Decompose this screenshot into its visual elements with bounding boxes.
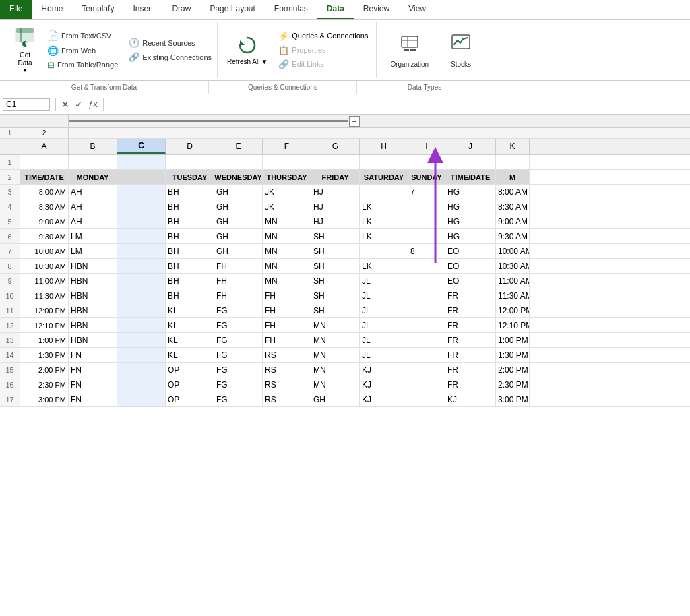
grid-cell[interactable]: EO [445,274,496,288]
grid-cell[interactable] [408,318,445,332]
grid-cell[interactable] [408,288,445,303]
group-collapse-btn[interactable]: − [349,116,360,127]
grid-cell[interactable]: JL [360,348,408,362]
grid-cell[interactable]: AH [69,214,117,228]
grid-cell[interactable]: TIME/DATE [20,170,69,184]
col-header-K[interactable]: K [496,139,530,154]
grid-cell[interactable]: 1:00 PM [496,333,530,347]
grid-cell[interactable]: FG [214,348,263,362]
row-number[interactable]: 9 [0,274,20,288]
grid-cell[interactable]: 9:30 AM [20,229,69,243]
grid-cell[interactable]: LM [69,244,117,258]
grid-cell[interactable]: KJ [445,392,496,406]
grid-cell[interactable]: 11:30 AM [496,288,530,303]
grid-cell[interactable]: 12:10 PM [496,318,530,332]
formula-input[interactable] [106,98,687,111]
grid-cell[interactable] [496,155,530,169]
row-number[interactable]: 4 [0,199,20,214]
grid-cell[interactable]: EO [445,259,496,273]
grid-cell[interactable] [408,274,445,288]
grid-cell[interactable] [117,377,166,392]
grid-cell[interactable] [117,229,166,243]
grid-cell[interactable] [117,199,166,214]
grid-cell[interactable]: LK [360,259,408,273]
grid-cell[interactable]: FG [214,392,263,406]
grid-cell[interactable]: JL [360,318,408,332]
row-number[interactable]: 16 [0,377,20,392]
grid-cell[interactable] [117,244,166,258]
grid-cell[interactable]: SH [311,303,360,317]
grid-cell[interactable]: HG [445,185,496,199]
recent-sources-button[interactable]: 🕐 Recent Sources [126,36,214,49]
grid-cell[interactable] [408,333,445,347]
tab-view[interactable]: View [399,0,435,19]
grid-cell[interactable]: HG [445,214,496,228]
refresh-all-button[interactable]: Refresh All ▼ [223,32,272,68]
grid-cell[interactable]: MN [311,348,360,362]
grid-cell[interactable] [214,155,263,169]
grid-cell[interactable]: FH [214,259,263,273]
grid-cell[interactable]: GH [214,214,263,228]
tab-draw[interactable]: Draw [162,0,200,19]
tab-formulas[interactable]: Formulas [265,0,317,19]
row-number[interactable]: 11 [0,303,20,317]
grid-cell[interactable]: FH [214,274,263,288]
row-number[interactable]: 14 [0,348,20,362]
grid-cell[interactable]: BH [166,259,214,273]
grid-cell[interactable]: 10:00 AM [20,244,69,258]
grid-cell[interactable]: HBN [69,288,117,303]
grid-cell[interactable]: MN [263,259,311,273]
insert-function-icon[interactable]: ƒx [86,99,100,109]
grid-cell[interactable] [408,155,445,169]
row-number[interactable]: 10 [0,288,20,303]
cell-reference-input[interactable] [3,98,50,111]
grid-cell[interactable]: 2:00 PM [20,363,69,377]
col-header-C[interactable]: C [117,139,166,154]
grid-cell[interactable]: BH [166,199,214,214]
grid-cell[interactable] [117,288,166,303]
grid-cell[interactable]: 8:00 AM [496,185,530,199]
col-header-E[interactable]: E [214,139,263,154]
col-header-F[interactable]: F [263,139,311,154]
grid-cell[interactable]: FR [445,377,496,392]
grid-cell[interactable]: FR [445,363,496,377]
grid-cell[interactable]: FG [214,377,263,392]
grid-cell[interactable]: KJ [360,363,408,377]
grid-cell[interactable]: SH [311,244,360,258]
grid-cell[interactable] [117,214,166,228]
grid-cell[interactable]: SH [311,259,360,273]
col-header-D[interactable]: D [166,139,214,154]
grid-cell[interactable]: KJ [360,377,408,392]
row-number[interactable]: 2 [0,170,20,184]
grid-cell[interactable]: JL [360,333,408,347]
stocks-button[interactable]: Stocks [445,30,477,71]
grid-cell[interactable]: 11:00 AM [496,274,530,288]
grid-cell[interactable]: THURSDAY [263,170,311,184]
grid-cell[interactable] [117,363,166,377]
grid-cell[interactable]: MN [311,377,360,392]
grid-cell[interactable]: HBN [69,333,117,347]
grid-cell[interactable]: LK [360,229,408,243]
grid-cell[interactable]: BH [166,288,214,303]
grid-cell[interactable]: MN [311,333,360,347]
organization-button[interactable]: Organization [385,30,434,71]
grid-cell[interactable]: BH [166,274,214,288]
row-number[interactable]: 7 [0,244,20,258]
grid-cell[interactable]: FR [445,348,496,362]
grid-cell[interactable]: RS [263,348,311,362]
grid-cell[interactable]: 8 [408,244,445,258]
grid-cell[interactable]: GH [214,244,263,258]
grid-cell[interactable] [117,259,166,273]
col-header-A[interactable]: A [20,139,69,154]
grid-cell[interactable]: HJ [311,185,360,199]
row-number[interactable]: 8 [0,259,20,273]
grid-cell[interactable] [117,274,166,288]
grid-cell[interactable]: 8:30 AM [20,199,69,214]
grid-cell[interactable]: 1:30 PM [20,348,69,362]
grid-cell[interactable]: 9:30 AM [496,229,530,243]
grid-cell[interactable]: FR [445,333,496,347]
grid-cell[interactable]: JL [360,303,408,317]
grid-cell[interactable]: HBN [69,303,117,317]
grid-cell[interactable] [263,155,311,169]
grid-cell[interactable] [360,244,408,258]
